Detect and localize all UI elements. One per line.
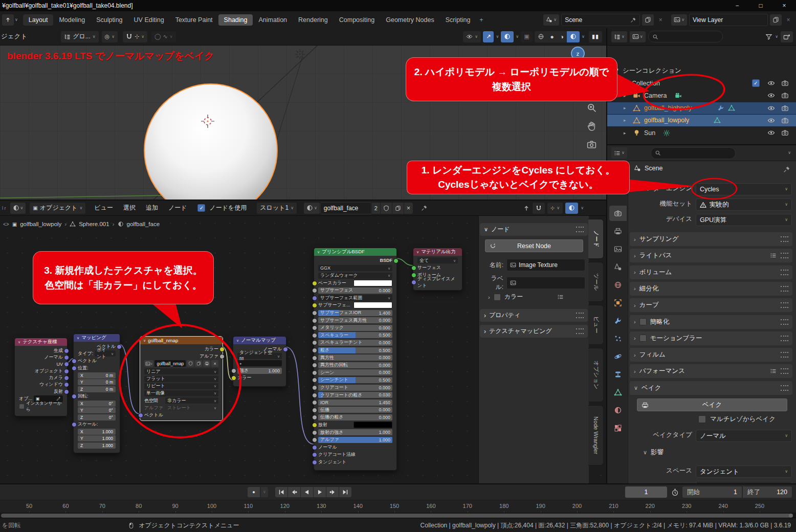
socket-in[interactable] <box>312 430 317 435</box>
mapping-value-位置:X[interactable]: X0 m <box>78 372 116 379</box>
bsdf-row-メタリック[interactable]: メタリック0.000 <box>318 325 392 331</box>
properties-tab-particles[interactable] <box>609 331 627 346</box>
socket-out[interactable] <box>219 347 225 352</box>
socket-in[interactable] <box>312 452 317 457</box>
grip-icon[interactable] <box>781 368 788 374</box>
bsdf-row-IOR[interactable]: IOR1.450 <box>318 400 392 406</box>
space-dropdown[interactable]: タンジェント∨ <box>696 465 792 478</box>
output-target-dropdown[interactable]: 全て∨ <box>417 257 458 263</box>
outliner-search-input[interactable] <box>648 31 723 42</box>
disclosure-icon[interactable]: ▸ <box>624 93 626 98</box>
properties-tab-scene[interactable] <box>609 259 627 275</box>
xray-toggle[interactable]: ▣ <box>521 31 532 42</box>
grip-icon[interactable] <box>781 319 788 325</box>
bsdf-row-放射[interactable]: 放射 <box>318 422 392 428</box>
prev-keyframe-button[interactable] <box>288 487 300 497</box>
bsdf-row-サブサーフェス[interactable]: サブサーフェス0.000 <box>318 287 392 294</box>
section-checkbox[interactable] <box>639 318 647 325</box>
scene-name-field[interactable]: Scene <box>561 14 640 26</box>
texcoord-output-反射[interactable]: 反射 <box>19 388 63 394</box>
hide-eye-toggle[interactable] <box>767 129 775 137</box>
pin-icon[interactable] <box>630 17 636 23</box>
grip-icon[interactable] <box>781 302 788 308</box>
shading-wireframe-button[interactable] <box>535 31 547 42</box>
auto-key-button[interactable]: ● <box>248 487 260 497</box>
properties-tab-output[interactable] <box>609 224 627 239</box>
image-output-カラー[interactable]: カラー <box>144 346 218 352</box>
view-layer-field[interactable]: View Layer <box>689 14 768 26</box>
proportional-edit-toggle[interactable]: ◯∿∨ <box>151 31 175 42</box>
properties-tab-world[interactable] <box>609 277 627 293</box>
bsdf-row-サブサーフェ...[interactable]: サブサーフェ... <box>318 302 392 308</box>
bsdf-row-サブサーフェス範囲[interactable]: サブサーフェス範囲∨ <box>318 295 392 301</box>
properties-tab-view-layer[interactable] <box>609 241 627 257</box>
image-dropdown-単一画像[interactable]: 単一画像∨ <box>144 390 218 396</box>
color-swatch[interactable] <box>353 280 392 286</box>
overlays-toggle[interactable] <box>501 31 514 42</box>
socket-in[interactable] <box>411 265 416 271</box>
device-dropdown[interactable]: GPU演算∨ <box>696 214 792 226</box>
hide-eye-toggle[interactable] <box>767 104 775 112</box>
mapping-value-位置:Y[interactable]: Y0 m <box>78 379 116 385</box>
image-copy-button[interactable] <box>195 360 202 367</box>
bake-type-dropdown[interactable]: ノーマル∨ <box>696 430 792 442</box>
feature-set-dropdown[interactable]: 実験的∨ <box>696 198 792 211</box>
socket-out[interactable] <box>219 354 225 359</box>
workspace-tab-layout[interactable]: Layout <box>23 14 54 26</box>
texcoord-output-オブジェクト[interactable]: オブジェクト <box>19 368 63 374</box>
bsdf-row-クリアコートの粗さ[interactable]: クリアコートの粗さ0.030 <box>318 392 392 398</box>
socket-in[interactable] <box>312 296 317 301</box>
shading-solid-button[interactable]: ● <box>547 31 557 42</box>
render-visibility-toggle[interactable] <box>781 129 789 137</box>
next-keyframe-button[interactable] <box>326 487 339 497</box>
properties-search-input[interactable] <box>651 147 736 159</box>
workspace-tab-texture-paint[interactable]: Texture Paint <box>170 14 218 26</box>
outliner-row-golfball_lowpoly[interactable]: ▸golfball_lowpoly <box>607 115 796 126</box>
transform-orientation-dropdown[interactable]: グロ...∨ <box>61 31 98 42</box>
outliner-display-mode-dropdown[interactable]: ∨ <box>611 31 627 42</box>
socket-in[interactable] <box>72 366 77 371</box>
socket-in[interactable] <box>312 333 317 338</box>
alpha-mode-row[interactable]: アルファ ストレート∨ <box>144 405 218 411</box>
output-input-サーフェス[interactable]: サーフェス <box>417 264 458 271</box>
render-visibility-toggle[interactable] <box>781 92 789 99</box>
bsdf-row-伝播の粗さ[interactable]: 伝播の粗さ0.000 <box>318 414 392 420</box>
socket-in[interactable] <box>312 356 317 361</box>
blender-menu-button[interactable] <box>2 14 14 26</box>
socket-bsdf-out[interactable] <box>393 258 399 263</box>
socket-in[interactable] <box>312 445 317 450</box>
image-dropdown-フラット[interactable]: フラット∨ <box>144 376 218 382</box>
grip-icon[interactable] <box>781 253 788 258</box>
node-mapping[interactable]: ∨マッピング ベクトル タイプ: ポイント∨ ベクトル 位置:X0 mY0 mZ… <box>73 334 120 453</box>
mapping-value-スケール:X[interactable]: X1.000 <box>78 429 116 435</box>
stopwatch-icon[interactable] <box>671 489 679 496</box>
section-サンプリング[interactable]: ›サンプリング <box>630 232 792 246</box>
section-カーブ[interactable]: ›カーブ <box>630 298 792 312</box>
color-swatch[interactable] <box>353 422 392 428</box>
bsdf-row-クリアコート[interactable]: クリアコート0.000 <box>318 385 392 391</box>
pivot-point-dropdown[interactable]: ◎∨ <box>102 31 118 42</box>
view-layer-copy-button[interactable] <box>770 14 782 26</box>
outliner-row-Camera[interactable]: ▸Camera <box>607 90 796 101</box>
node-image-texture[interactable]: ∨golfball_nmap カラーアルファ ∨ golfball_nmap ×… <box>140 336 223 421</box>
filter-icon[interactable] <box>765 33 772 40</box>
socket-in[interactable] <box>312 311 317 316</box>
image-name-field[interactable]: golfball_nmap <box>154 360 186 367</box>
socket-in[interactable] <box>312 363 317 368</box>
properties-editor-type-dropdown[interactable]: ∨ <box>611 147 627 159</box>
socket-in[interactable] <box>312 408 317 413</box>
section-簡略化[interactable]: ›簡略化 <box>630 315 792 329</box>
from-instancer-row[interactable]: インスタンサーから <box>19 404 63 410</box>
grip-icon[interactable] <box>781 385 788 391</box>
mapping-value-回転:X[interactable]: X0° <box>78 401 116 407</box>
minimize-button[interactable]: − <box>725 0 749 11</box>
section-モーションブラー[interactable]: ›モーションブラー <box>630 331 792 345</box>
socket-out[interactable] <box>64 369 69 374</box>
bsdf-row-GGX[interactable]: GGX∨ <box>318 265 392 271</box>
image-output-アルファ[interactable]: アルファ <box>144 353 218 359</box>
workspace-tab-shading[interactable]: Shading <box>218 14 253 26</box>
bsdf-row-異方性の回転[interactable]: 異方性の回転0.000 <box>318 362 392 368</box>
color-swatch[interactable] <box>353 302 392 308</box>
grip-icon[interactable] <box>781 336 788 341</box>
texcoord-output-カメラ[interactable]: カメラ <box>19 375 63 381</box>
